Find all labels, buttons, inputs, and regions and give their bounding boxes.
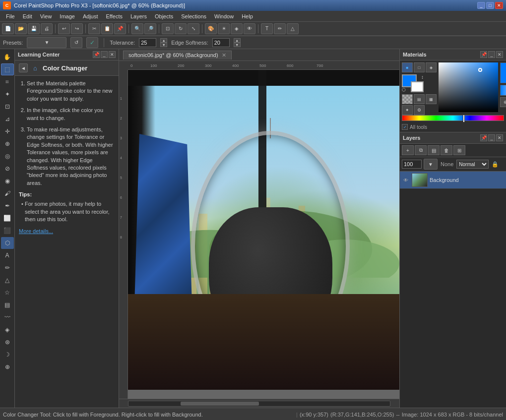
layers-duplicate-btn[interactable]: ⧉ xyxy=(415,145,427,155)
tool-warp[interactable]: ⊛ xyxy=(1,336,14,348)
canvas-tab-close[interactable]: ✕ xyxy=(222,52,226,58)
mat-gradient-btn[interactable]: ▤ xyxy=(414,94,425,104)
tb-new[interactable]: 📄 xyxy=(2,23,14,34)
canvas-wrapper[interactable]: 0 100 200 300 400 500 600 700 0 1 2 3 4 xyxy=(119,61,399,399)
materials-pin-btn[interactable]: 📌 xyxy=(480,51,487,58)
tool-smudge[interactable]: 〰 xyxy=(1,311,14,323)
tb-red-eye[interactable]: 👁 xyxy=(244,23,255,34)
materials-minimize-btn[interactable]: _ xyxy=(488,51,495,58)
background-swatch[interactable] xyxy=(411,81,424,92)
learning-back-btn[interactable]: ◄ xyxy=(19,63,28,72)
reset-colors-icon[interactable]: ⬡ xyxy=(402,87,406,92)
tool-shape[interactable]: △ xyxy=(1,274,14,286)
hue-slider[interactable] xyxy=(402,115,504,121)
menu-file[interactable]: File xyxy=(2,12,19,20)
tb-resize[interactable]: ⤡ xyxy=(188,23,199,34)
scrollbar-h-thumb[interactable] xyxy=(181,402,259,406)
tb-print[interactable]: 🖨 xyxy=(41,23,53,34)
layer-visibility-eye[interactable]: 👁 xyxy=(402,176,410,184)
learning-pin-btn[interactable]: 📌 xyxy=(93,51,100,58)
tool-retouch[interactable]: ◎ xyxy=(1,150,14,162)
layers-merge-btn[interactable]: ⊞ xyxy=(453,145,465,155)
tool-preset-shape[interactable]: ☆ xyxy=(1,287,14,299)
tb-save[interactable]: 💾 xyxy=(28,23,40,34)
menu-selections[interactable]: Selections xyxy=(177,12,210,20)
menu-adjust[interactable]: Adjust xyxy=(79,12,102,20)
tool-magnify[interactable]: ⊕ xyxy=(1,361,14,373)
transparency-swatch[interactable] xyxy=(402,94,413,104)
layers-new-btn[interactable]: + xyxy=(402,145,414,155)
blend-mode-select[interactable]: Normal Multiply Screen xyxy=(456,160,489,169)
swap-colors-icon[interactable]: ↕ xyxy=(421,74,424,80)
edge-softness-spinner[interactable]: ▲ ▼ xyxy=(234,38,241,47)
tb-zoom-out[interactable]: 🔎 xyxy=(144,23,156,34)
color-gradient-picker[interactable] xyxy=(439,62,498,112)
tb-sharpen[interactable]: ◈ xyxy=(231,23,243,34)
tool-airbrush[interactable]: ✒ xyxy=(1,200,14,212)
layer-lock-icon[interactable]: 🔒 xyxy=(491,160,500,169)
menu-edit[interactable]: Edit xyxy=(19,12,36,20)
mat-stroke-mode[interactable]: ◈ xyxy=(426,62,437,72)
edge-softness-up[interactable]: ▲ xyxy=(234,38,241,43)
tolerance-down[interactable]: ▼ xyxy=(160,43,167,47)
layers-pin-btn[interactable]: 📌 xyxy=(480,134,487,141)
close-button[interactable]: ✕ xyxy=(495,2,503,9)
tb-text[interactable]: T xyxy=(261,23,273,34)
tool-color-changer[interactable]: ⬡ xyxy=(1,237,14,249)
mat-options-btn[interactable]: ⚙ xyxy=(414,105,425,115)
tb-rotate[interactable]: ↻ xyxy=(175,23,187,34)
reset-btn[interactable]: ↺ xyxy=(70,37,82,48)
image-canvas[interactable] xyxy=(128,70,399,390)
tb-brightness[interactable]: ☀ xyxy=(218,23,230,34)
tool-lasso[interactable]: ⌗ xyxy=(1,76,14,88)
home-icon[interactable]: ⌂ xyxy=(31,63,40,72)
tool-dodge[interactable]: ☽ xyxy=(1,349,14,360)
edge-softness-down[interactable]: ▼ xyxy=(234,43,241,47)
tool-magic-wand[interactable]: ✦ xyxy=(1,88,14,100)
more-details-link[interactable]: More details... xyxy=(19,228,115,235)
scrollbar-h-track[interactable] xyxy=(128,401,390,407)
tool-pen[interactable]: ✏ xyxy=(1,262,14,274)
mat-dropper-btn[interactable]: ✦ xyxy=(402,105,413,115)
tool-clone[interactable]: ⊕ xyxy=(1,138,14,150)
tb-copy[interactable]: 📋 xyxy=(101,23,113,34)
tb-zoom-in[interactable]: 🔍 xyxy=(131,23,143,34)
tool-red-eye[interactable]: ◉ xyxy=(1,175,14,187)
layers-group-btn[interactable]: ▤ xyxy=(428,145,440,155)
canvas-tab[interactable]: softonic06.jpg* @ 60% (Background) ✕ xyxy=(123,51,232,60)
menu-layers[interactable]: Layers xyxy=(126,12,151,20)
tb-draw[interactable]: ✏ xyxy=(274,23,286,34)
tool-eraser[interactable]: ⬜ xyxy=(1,212,14,224)
mat-foreground-mode[interactable]: ■ xyxy=(402,62,413,72)
tool-sharpen-brush[interactable]: ◈ xyxy=(1,324,14,336)
tolerance-spinner[interactable]: ▲ ▼ xyxy=(160,38,167,47)
tool-flood-fill[interactable]: ⬛ xyxy=(1,225,14,237)
tb-undo[interactable]: ↩ xyxy=(58,23,70,34)
materials-close-btn[interactable]: ✕ xyxy=(496,51,503,58)
presets-dropdown[interactable]: ▼ xyxy=(27,37,66,48)
tool-move[interactable]: ✛ xyxy=(1,125,14,137)
menu-window[interactable]: Window xyxy=(210,12,238,20)
minimize-button[interactable]: _ xyxy=(477,2,485,9)
tool-select-rect[interactable]: ⬚ xyxy=(1,63,14,75)
tool-gradient[interactable]: ▤ xyxy=(1,299,14,311)
tool-paint[interactable]: 🖌 xyxy=(1,187,14,199)
menu-effects[interactable]: Effects xyxy=(102,12,126,20)
menu-image[interactable]: Image xyxy=(56,12,79,20)
current-color-preview[interactable] xyxy=(500,62,506,83)
mat-background-mode[interactable]: □ xyxy=(414,62,425,72)
layer-opacity-input[interactable] xyxy=(402,160,422,169)
tool-text[interactable]: A xyxy=(1,249,14,261)
apply-btn[interactable]: ✓ xyxy=(86,37,98,48)
tb-cut[interactable]: ✂ xyxy=(88,23,100,34)
learning-close-btn[interactable]: ✕ xyxy=(109,51,116,58)
edge-softness-input[interactable] xyxy=(212,38,230,47)
tb-redo[interactable]: ↪ xyxy=(71,23,83,34)
mat-color-toggle[interactable]: ⊕ xyxy=(500,97,506,107)
tolerance-input[interactable] xyxy=(139,38,156,47)
tb-paste[interactable]: 📌 xyxy=(114,23,126,34)
tb-adjust-color[interactable]: 🎨 xyxy=(205,23,217,34)
menu-objects[interactable]: Objects xyxy=(151,12,177,20)
all-tools-checkbox[interactable]: ✓ xyxy=(402,124,408,130)
tolerance-up[interactable]: ▲ xyxy=(160,38,167,43)
